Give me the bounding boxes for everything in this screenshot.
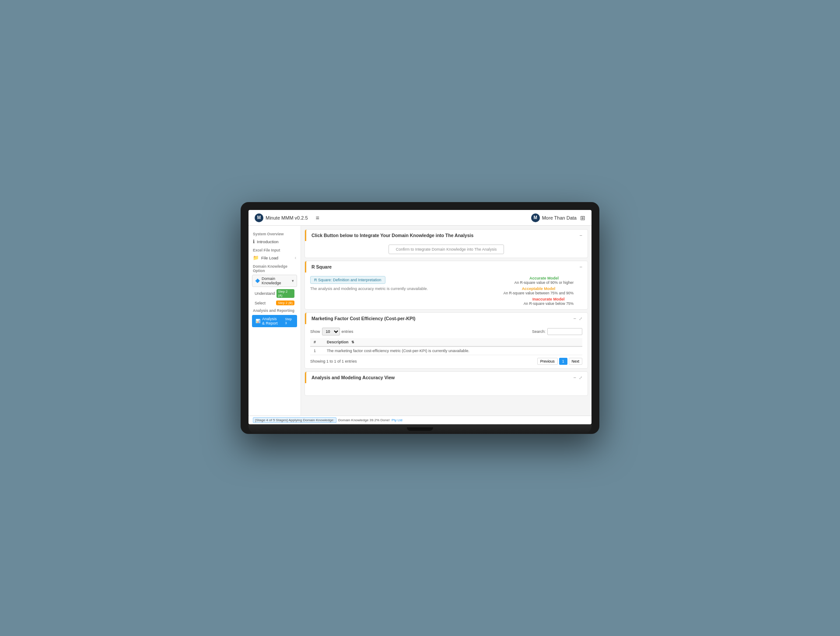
excel-file-input-label: Excel File Input xyxy=(248,246,301,253)
marketing-collapse-icon[interactable]: − xyxy=(574,316,576,321)
search-box: Search: xyxy=(532,328,582,335)
entries-label: entries xyxy=(342,329,354,334)
analysis-view-collapse-icon[interactable]: − xyxy=(574,375,576,380)
navbar-right: M More Than Data ⊞ xyxy=(531,213,585,222)
status-bar: [Stage 4 of 5 Stages] Applying Domain Kn… xyxy=(248,416,592,424)
marketing-table-card: Marketing Factor Cost Efficiency (Cost-p… xyxy=(304,312,588,369)
grid-icon[interactable]: ⊞ xyxy=(580,214,585,221)
file-load-label: File Load xyxy=(261,255,278,260)
navbar-logo: M Minute MMM v0.2.5 xyxy=(255,213,308,222)
sort-icon[interactable]: ⇅ xyxy=(351,340,354,344)
domain-knowledge-title: Click Button below to Integrate Your Dom… xyxy=(312,233,473,238)
domain-knowledge-collapse-icon[interactable]: − xyxy=(580,233,582,238)
brand-logo-icon: M xyxy=(531,213,540,222)
showing-label: Showing 1 to 1 of 1 entries xyxy=(310,359,357,363)
sidebar-item-file-load[interactable]: 📁 File Load ‹ xyxy=(248,253,301,262)
domain-knowledge-actions: − xyxy=(580,233,582,238)
acceptable-model-desc: An R-square value between 75% and 90% xyxy=(504,291,574,295)
table-controls: Show 10 25 50 entries Search: xyxy=(310,328,582,335)
search-label: Search: xyxy=(532,329,546,334)
show-entries: Show 10 25 50 entries xyxy=(310,328,354,335)
rsquare-models: Accurate Model An R-square value of 90% … xyxy=(504,276,582,306)
accurate-model-label: Accurate Model xyxy=(514,276,574,280)
col-number: # xyxy=(310,338,323,346)
rsquare-tag: R Square: Definition and Interpretation xyxy=(310,276,385,284)
marketing-table-title: Marketing Factor Cost Efficiency (Cost-p… xyxy=(312,316,415,321)
file-icon: 📁 xyxy=(253,255,259,261)
marketing-table-body: Show 10 25 50 entries Search: xyxy=(305,324,588,368)
analysis-reporting-label: Analysis and Reporting xyxy=(248,307,301,314)
pagination: Previous 1 Next xyxy=(537,358,582,365)
page-1-button[interactable]: 1 xyxy=(559,358,567,365)
content-area: Click Button below to Integrate Your Dom… xyxy=(301,226,592,416)
analysis-report-button[interactable]: 📊 Analysis & Report Step 3 xyxy=(252,315,297,327)
rsquare-collapse-icon[interactable]: − xyxy=(580,264,582,269)
main-layout: System Overview ℹ Introduction Excel Fil… xyxy=(248,226,592,416)
rsquare-desc: The analysis and modeling accuracy metri… xyxy=(310,287,499,291)
inaccurate-model-label: Inaccurate Model xyxy=(524,297,574,301)
laptop-base xyxy=(248,424,592,434)
analysis-view-body xyxy=(305,383,588,395)
brand-logo: M More Than Data xyxy=(531,213,577,222)
analysis-view-expand-icon[interactable]: ⤢ xyxy=(579,375,582,380)
confirm-integrate-button[interactable]: Confirm to Integrate Domain Knowledge in… xyxy=(388,245,504,254)
understand-badge: Step 2 (A) xyxy=(276,289,294,298)
domain-icon: 🔷 xyxy=(255,279,260,283)
col-description: Description ⇅ xyxy=(323,338,582,346)
sidebar-item-understand[interactable]: Understand Step 2 (A) xyxy=(248,288,301,299)
sidebar: System Overview ℹ Introduction Excel Fil… xyxy=(248,226,301,416)
logo-icon: M xyxy=(255,213,263,222)
laptop-notch xyxy=(407,427,433,431)
domain-knowledge-body: Confirm to Integrate Domain Knowledge in… xyxy=(305,241,588,258)
top-navbar: M Minute MMM v0.2.5 ≡ M More Than Data ⊞ xyxy=(248,210,592,226)
rsquare-card: R Square − R Square: Definition and Inte… xyxy=(304,261,588,310)
rsquare-title: R Square xyxy=(312,264,332,269)
dropdown-label: 🔷 Domain Knowledge xyxy=(255,276,292,285)
navbar-left: M Minute MMM v0.2.5 ≡ xyxy=(255,213,319,222)
analysis-view-title: Analysis and Modeling Accuracy View xyxy=(312,375,395,380)
rsquare-actions: − xyxy=(580,264,582,269)
domain-knowledge-header: Click Button below to Integrate Your Dom… xyxy=(305,230,588,241)
chevron-down-icon: ▾ xyxy=(292,279,294,283)
rsquare-body: R Square: Definition and Interpretation … xyxy=(305,273,588,309)
rsquare-left: R Square: Definition and Interpretation … xyxy=(310,276,499,306)
table-row: 1 The marketing factor cost-efficiency m… xyxy=(310,346,582,355)
introduction-label: Introduction xyxy=(257,239,279,244)
domain-progress-text: Domain Knowledge 39.2% Done! xyxy=(338,418,390,422)
stage-text: [Stage 4 of 5 Stages] Applying Domain Kn… xyxy=(253,417,336,423)
rsquare-header: R Square − xyxy=(305,261,588,273)
sidebar-item-introduction[interactable]: ℹ Introduction xyxy=(248,237,301,246)
search-input[interactable] xyxy=(547,328,582,335)
info-icon: ℹ xyxy=(253,239,255,245)
marketing-data-table: # Description ⇅ 1 xyxy=(310,338,582,355)
inaccurate-model-desc: An R-square value below 75% xyxy=(524,301,574,306)
hamburger-icon[interactable]: ≡ xyxy=(316,214,319,221)
brand-name: More Than Data xyxy=(542,215,577,220)
pty-ltd-link[interactable]: Pty Ltd xyxy=(392,418,402,422)
domain-knowledge-card: Click Button below to Integrate Your Dom… xyxy=(304,229,588,258)
acceptable-model: Acceptable Model An R-square value betwe… xyxy=(504,287,574,295)
row-description: The marketing factor cost-efficiency met… xyxy=(323,346,582,355)
inaccurate-model: Inaccurate Model An R-square value below… xyxy=(524,297,574,306)
marketing-table-header: Marketing Factor Cost Efficiency (Cost-p… xyxy=(305,313,588,324)
next-button[interactable]: Next xyxy=(569,358,582,365)
marketing-table-actions: − ⤢ xyxy=(574,316,582,321)
app-title: Minute MMM v0.2.5 xyxy=(266,215,308,220)
sidebar-item-select[interactable]: Select Step 2 (B) xyxy=(248,299,301,307)
system-overview-label: System Overview xyxy=(248,230,301,237)
analysis-view-header: Analysis and Modeling Accuracy View − ⤢ xyxy=(305,372,588,383)
table-footer: Showing 1 to 1 of 1 entries Previous 1 N… xyxy=(310,358,582,365)
entries-select[interactable]: 10 25 50 xyxy=(322,328,340,335)
chevron-left-icon: ‹ xyxy=(295,255,296,260)
acceptable-model-label: Acceptable Model xyxy=(504,287,574,291)
select-badge: Step 2 (B) xyxy=(276,301,294,305)
accurate-model: Accurate Model An R-square value of 90% … xyxy=(514,276,574,285)
analysis-badge: Step 3 xyxy=(284,317,294,325)
marketing-expand-icon[interactable]: ⤢ xyxy=(579,316,582,321)
row-number: 1 xyxy=(310,346,323,355)
analysis-view-actions: − ⤢ xyxy=(574,375,582,380)
domain-knowledge-option-label: Domain Knowledge Option xyxy=(248,262,301,274)
previous-button[interactable]: Previous xyxy=(537,358,558,365)
domain-knowledge-dropdown[interactable]: 🔷 Domain Knowledge ▾ xyxy=(252,275,297,287)
accurate-model-desc: An R-square value of 90% or higher xyxy=(514,280,574,285)
